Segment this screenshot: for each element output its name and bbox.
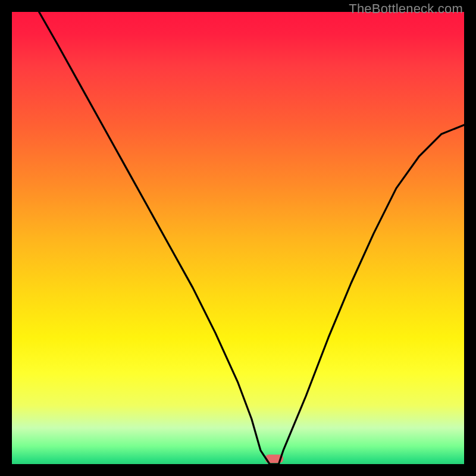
watermark-text: TheBottleneck.com [349, 1, 463, 17]
plot-area [12, 12, 464, 464]
bottleneck-curve [39, 12, 464, 464]
chart-frame: TheBottleneck.com [0, 0, 476, 476]
chart-svg [12, 12, 464, 464]
